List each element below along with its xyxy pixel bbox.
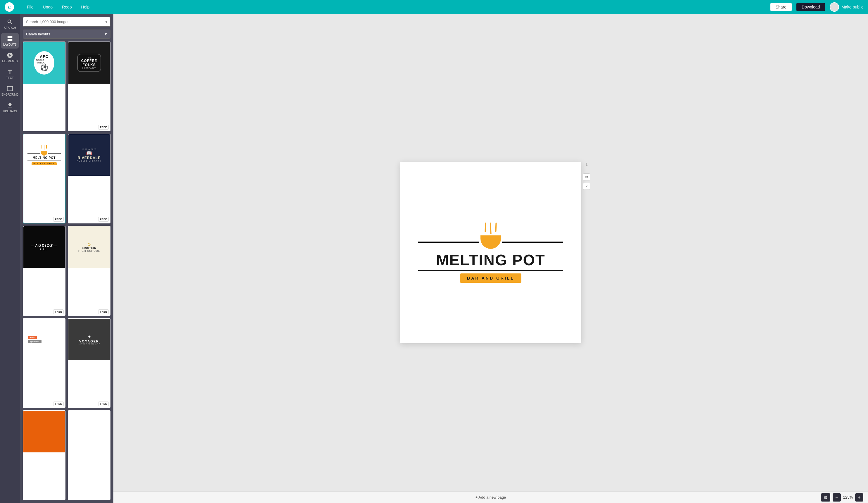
add-page-button[interactable]: + Add a new page [472, 494, 509, 501]
make-public-button[interactable]: Make public [830, 2, 863, 12]
copy-page-button[interactable]: ⧉ [583, 173, 590, 180]
canvas-page[interactable]: MELTING POT BAR AND GRILL [400, 162, 581, 343]
logo-title: MELTING POT [436, 252, 545, 268]
page-number: 1 [586, 162, 587, 167]
zoom-controls: ⊡ − 125% + [821, 493, 863, 502]
delete-page-button[interactable]: × [583, 183, 590, 190]
layout-card-hurst[interactable]: hurst galleries FREE [23, 318, 65, 408]
svg-text:C: C [8, 5, 11, 10]
canvas-container[interactable]: MELTING POT BAR AND GRILL 1 ⧉ × [113, 14, 868, 491]
badge-free-audios: FREE [53, 309, 64, 314]
badge-free-melting: FREE [53, 217, 64, 222]
layout-card-melting-pot[interactable]: MELTING POT BAR AND GRILL FREE [23, 134, 65, 223]
badge-free-hurst: FREE [53, 402, 64, 406]
badge-free: FREE [98, 125, 109, 130]
right-divider [502, 242, 563, 243]
layout-card-white-card[interactable] [68, 410, 111, 500]
badge-free-riverdale: FREE [98, 217, 109, 222]
sidebar-item-elements[interactable]: ELEMENTS [1, 50, 19, 65]
bottom-bar: + Add a new page ⊡ − 125% + [113, 491, 868, 503]
nav-redo[interactable]: Redo [60, 3, 74, 11]
share-button[interactable]: Share [771, 3, 792, 11]
nav-undo[interactable]: Undo [41, 3, 55, 11]
download-button[interactable]: Download [796, 3, 825, 11]
steam-lines [485, 223, 497, 234]
layout-card-einstein[interactable]: ⊙ EINSTEIN HIGH SCHOOL FREE [68, 226, 111, 315]
canva-logo: C [5, 2, 15, 12]
zoom-out-button[interactable]: − [833, 493, 841, 502]
sidebar-item-search[interactable]: SEARCH [1, 17, 19, 32]
sidebar-item-text[interactable]: TEXT [1, 67, 19, 82]
topbar: C File Undo Redo Help Share Download Mak… [0, 0, 868, 14]
search-input[interactable] [23, 17, 111, 27]
sidebar-item-layouts[interactable]: LAYOUTS [1, 33, 19, 49]
layout-card-coffee-folks[interactable]: THE COFFEE FOLKS COMPANY FREE [68, 41, 111, 131]
zoom-in-button[interactable]: + [855, 493, 863, 502]
screen-view-button[interactable]: ⊡ [821, 493, 830, 502]
badge-free-voyager: FREE [98, 402, 109, 406]
layout-card-audios-co[interactable]: —AUDIOS— CO. FREE [23, 226, 65, 315]
nav-file[interactable]: File [24, 3, 36, 11]
layout-card-afc[interactable]: AFC AGUILA FUTBOL ⚽ [23, 41, 65, 131]
panel-search-area: ▼ [23, 17, 111, 27]
layouts-grid: AFC AGUILA FUTBOL ⚽ THE COFFEE FOLKS [20, 41, 113, 503]
logo-subtitle: BAR AND GRILL [460, 273, 521, 283]
bottom-divider-line [418, 270, 563, 271]
pot-divider [418, 235, 563, 249]
pot-icon [480, 235, 501, 249]
nav-help[interactable]: Help [79, 3, 92, 11]
layout-card-orange[interactable] [23, 410, 65, 500]
layouts-panel: ▼ Canva layoutsMy layoutsTeam layouts ▼ … [20, 14, 113, 503]
avatar [830, 2, 839, 12]
page-number-sidebar: 1 ⧉ × [583, 162, 590, 190]
layout-card-voyager[interactable]: ✦ VOYAGER NAVIGATION APP FREE [68, 318, 111, 408]
main-area: SEARCH LAYOUTS ELEMENTS TEXT BKGROUND UP… [0, 14, 868, 503]
search-arrow-icon[interactable]: ▼ [105, 20, 108, 24]
layout-card-riverdale[interactable]: 1902 ■ 2020 📖 RIVERDALE PUBLIC LIBRARY F… [68, 134, 111, 223]
logo-design: MELTING POT BAR AND GRILL [418, 223, 563, 283]
sidebar-item-background[interactable]: BKGROUND [1, 83, 19, 99]
badge-free-einstein: FREE [98, 309, 109, 314]
filter-select[interactable]: Canva layoutsMy layoutsTeam layouts [23, 30, 111, 39]
page-controls: ⧉ × [583, 173, 590, 190]
sidebar-item-uploads[interactable]: UPLOADS [1, 100, 19, 115]
left-divider [418, 242, 479, 243]
sidebar-icons: SEARCH LAYOUTS ELEMENTS TEXT BKGROUND UP… [0, 14, 20, 503]
canvas-area: MELTING POT BAR AND GRILL 1 ⧉ × [113, 14, 868, 503]
zoom-level-display: 125% [843, 495, 853, 500]
panel-filter-area: Canva layoutsMy layoutsTeam layouts ▼ [23, 30, 111, 39]
